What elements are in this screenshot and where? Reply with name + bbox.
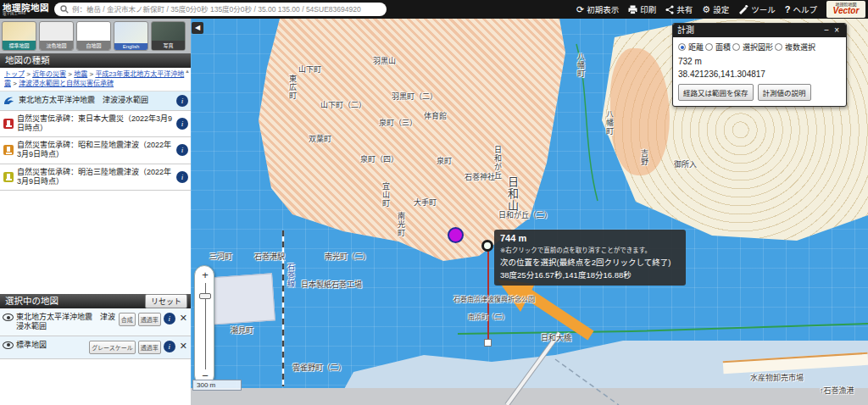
layer-item-monument-showa[interactable]: 自然災害伝承碑：昭和三陸地震津波（2022年3月9日時点） i <box>0 137 191 164</box>
opacity-button[interactable]: 透過率 <box>138 313 161 326</box>
info-icon[interactable]: i <box>164 313 175 325</box>
selected-maps-header: 選択中の地図 リセット <box>0 294 191 308</box>
tab-standard-map[interactable]: 標準地図 <box>2 21 36 51</box>
monument-icon-red <box>3 119 14 129</box>
search-input[interactable] <box>72 5 381 14</box>
tab-english-map[interactable]: English <box>114 21 148 51</box>
radio-select-shape[interactable] <box>732 43 740 51</box>
map-label: 南浜町（二） <box>468 314 509 321</box>
map-label: 石巻南浜津波復興祈念公園 <box>453 297 535 303</box>
printer-icon <box>628 5 637 14</box>
radio-area[interactable] <box>705 43 713 51</box>
remove-layer-icon[interactable]: ✕ <box>178 313 189 324</box>
help-button[interactable]: ? ヘルプ <box>785 3 817 15</box>
tools-icon <box>738 5 748 14</box>
print-button[interactable]: 印刷 <box>628 3 656 15</box>
settings-button[interactable]: ⚙ 設定 <box>702 3 729 15</box>
visibility-eye-icon[interactable] <box>3 341 14 349</box>
sidebar-collapse-button[interactable]: ◀ <box>192 22 203 34</box>
monument-icon-yellow <box>3 172 14 182</box>
measured-distance: 732 m <box>678 57 841 66</box>
measure-panel: 計測 − × 距離 面積 選択図形 複数選択 732 m 38.421236,1… <box>672 23 847 107</box>
gsi-maps-app: 地理院地図 電子国土Web ⟳ 初期表示 印刷 共有 ⚙ 設定 ツール <box>0 0 868 405</box>
app-subtitle: 電子国土Web <box>3 12 53 16</box>
selected-maps-panel: 東北地方太平洋沖地震 津波浸水範囲 合成 透過率 i ✕ 標準地図 グレースケー… <box>0 308 191 405</box>
layer-item-monument-2011[interactable]: 自然災害伝承碑：東日本大震災（2022年3月9日時点） i <box>0 111 191 138</box>
close-icon[interactable]: × <box>832 24 842 37</box>
top-header: 地理院地図 電子国土Web ⟳ 初期表示 印刷 共有 ⚙ 設定 ツール <box>0 0 868 19</box>
zoom-slider-knob[interactable] <box>199 293 211 299</box>
measurement-point-marker[interactable] <box>481 240 493 252</box>
tab-photo-map[interactable]: 写真 <box>151 21 186 51</box>
measure-panel-titlebar: 計測 − × <box>673 24 846 37</box>
map-edge-strip <box>191 388 868 405</box>
green-coastal-road <box>458 324 868 334</box>
tooltip-note: ※右クリックで直前の点を取り消すことができます。 <box>500 245 680 254</box>
layer-item-monument-meiji[interactable]: 自然災害伝承碑：明治三陸地震津波（2022年3月9日時点） i <box>0 164 191 191</box>
arrow-annotation-shaft <box>523 291 591 336</box>
tools-button[interactable]: ツール <box>738 3 776 15</box>
map-label: 三河町 <box>209 253 232 261</box>
info-icon[interactable]: i <box>176 118 188 130</box>
map-canvas[interactable]: 山下町羽黒山山下町（二）羽黒町（二）体育館泉町（三）双葉町泉町（四）泉町石巻神社… <box>191 19 868 405</box>
measure-panel-title: 計測 <box>677 24 821 37</box>
opacity-button[interactable]: 透過率 <box>138 341 161 354</box>
selected-layer-row: 東北地方太平洋沖地震 津波浸水範囲 合成 透過率 i ✕ <box>0 308 191 336</box>
composite-button[interactable]: 合成 <box>119 313 136 326</box>
scroll-up-icon[interactable]: ▲ <box>185 69 190 74</box>
layer-item-tsunami-extent[interactable]: 東北地方太平洋沖地震 津波浸水範囲 i <box>0 92 191 111</box>
map-label: 日和大橋 <box>541 335 571 342</box>
breadcrumb-link[interactable]: トップ <box>4 70 25 78</box>
selected-layer-row: 標準地図 グレースケール 透過率 i ✕ <box>0 336 191 359</box>
question-icon: ? <box>785 5 791 14</box>
share-button[interactable]: 共有 <box>665 3 693 15</box>
remove-layer-icon[interactable]: ✕ <box>178 341 189 352</box>
info-icon[interactable]: i <box>176 144 188 156</box>
tooltip-coords: 38度25分16.57秒,141度18分16.88秒 <box>500 269 680 280</box>
map-label: 石巻港駅 <box>254 253 285 261</box>
map-label: 雲雀野町（二） <box>292 364 346 372</box>
zoom-control: + − <box>194 265 214 386</box>
tooltip-distance: 744 m <box>500 233 680 243</box>
scale-bar: 300 m <box>192 380 242 391</box>
radio-distance[interactable] <box>678 43 686 51</box>
gear-icon: ⚙ <box>702 5 710 14</box>
purple-point-marker[interactable] <box>448 227 464 243</box>
search-box[interactable] <box>54 3 387 16</box>
map-label: 石巻線 <box>287 263 294 288</box>
grayscale-button[interactable]: グレースケール <box>89 341 136 354</box>
zoom-in-button[interactable]: + <box>195 269 215 280</box>
info-icon[interactable]: i <box>164 341 175 352</box>
share-icon <box>665 5 674 14</box>
basemap-tabs: 標準地図 淡色地図 白地図 English 写真 <box>2 21 186 51</box>
minimize-icon[interactable]: − <box>821 24 832 37</box>
measured-coords: 38.421236,141.304817 <box>678 69 841 79</box>
refresh-icon: ⟳ <box>576 5 584 14</box>
measure-help-button[interactable]: 計測値の説明 <box>758 84 811 101</box>
radio-multi-select[interactable] <box>775 43 782 51</box>
reset-layers-button[interactable]: リセット <box>145 294 187 308</box>
save-route-button[interactable]: 経路又は範囲を保存 <box>678 84 754 101</box>
sidebar: 標準地図 淡色地図 白地図 English 写真 地図の種類 トップ > 近年の… <box>0 19 191 405</box>
map-label: 日本製紙石巻工場 <box>301 281 362 289</box>
map-label: 潮見町 <box>231 327 253 335</box>
info-icon[interactable]: i <box>176 95 188 107</box>
breadcrumb[interactable]: トップ > 近年の災害 > 地震 > 平成23年東北地方太平洋沖地震 > 津波浸… <box>0 68 191 92</box>
reset-view-button[interactable]: ⟳ 初期表示 <box>576 3 619 15</box>
visibility-eye-icon[interactable] <box>3 313 14 321</box>
breadcrumb-link[interactable]: 地震 <box>74 70 87 78</box>
breadcrumb-link[interactable]: 近年の災害 <box>32 70 66 78</box>
maptype-panel-header: 地図の種類 <box>0 53 191 68</box>
tab-pale-map[interactable]: 淡色地図 <box>39 21 74 51</box>
search-icon <box>60 5 69 14</box>
breadcrumb-link[interactable]: 津波浸水範囲と自然災害伝承碑 <box>19 80 114 87</box>
app-logo[interactable]: 地理院地図 電子国土Web <box>0 3 53 16</box>
monument-icon-orange <box>3 145 14 155</box>
measurement-handle[interactable] <box>484 339 492 347</box>
map-label: 南光町（二） <box>325 253 370 261</box>
info-icon[interactable]: i <box>176 171 188 183</box>
tab-blank-map[interactable]: 白地図 <box>76 21 111 51</box>
measurement-tooltip: 744 m ※右クリックで直前の点を取り消すことができます。 次の位置を選択(最… <box>494 230 686 286</box>
vector-badge[interactable]: 地理院地図 Vector <box>826 1 865 18</box>
tooltip-instruction: 次の位置を選択(最終点を2回クリックして終了) <box>500 256 680 268</box>
